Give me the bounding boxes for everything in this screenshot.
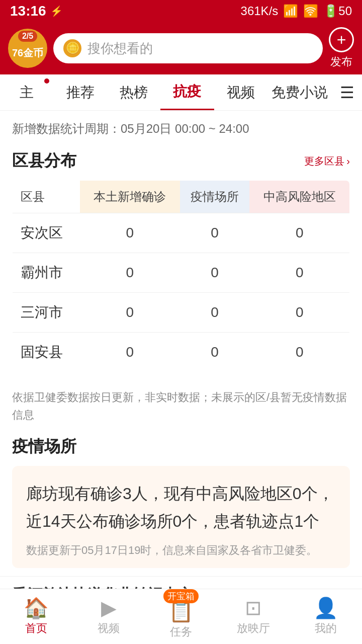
bottom-nav-video[interactable]: ▶ 视频: [72, 589, 145, 644]
status-bar: 13:16 ⚡ 361K/s 📶 🛜 🔋50: [0, 0, 362, 22]
profile-icon: 👤: [313, 598, 338, 618]
district-name: 霸州市: [13, 253, 80, 293]
bottom-nav-theater[interactable]: ⊡ 放映厅: [217, 589, 290, 644]
data-disclaimer: 依据卫健委数据按日更新，非实时数据；未展示的区/县暂无疫情数据信息: [0, 380, 362, 432]
bottom-nav-task[interactable]: 开宝箱 📋 任务: [145, 589, 217, 644]
district-name: 固安县: [13, 333, 80, 372]
risk-count: 0: [249, 213, 349, 253]
confirmed-count: 0: [80, 333, 179, 372]
publish-plus-icon: +: [329, 27, 354, 52]
outbreak-section: 疫情场所 廊坊现有确诊3人，现有中高风险地区0个，近14天公布确诊场所0个，患者…: [0, 432, 362, 576]
nav-menu-button[interactable]: ☰: [332, 74, 362, 110]
network-speed: 361K/s: [241, 4, 279, 18]
bottom-nav-profile-label: 我的: [315, 621, 337, 636]
task-badge-wrapper: 开宝箱 📋: [168, 594, 194, 621]
col-confirmed: 本土新增确诊: [80, 181, 179, 213]
search-box[interactable]: 🪙 搜你想看的: [53, 33, 323, 63]
bottom-nav-video-label: 视频: [98, 621, 120, 636]
coins-ratio: 2/5: [18, 31, 37, 42]
tab-home[interactable]: 主: [0, 74, 53, 110]
search-coin-icon: 🪙: [63, 39, 81, 57]
more-districts-button[interactable]: 更多区县 ›: [302, 154, 350, 168]
district-header: 区县分布 更多区县 ›: [12, 150, 350, 172]
outbreak-card: 廊坊现有确诊3人，现有中高风险地区0个，近14天公布确诊场所0个，患者轨迹点1个…: [12, 466, 350, 568]
location-count: 0: [180, 213, 250, 253]
coins-amount: 76金币: [12, 46, 43, 60]
bottom-nav-theater-label: 放映厅: [237, 621, 270, 636]
district-table: 区县 本土新增确诊 疫情场所 中高风险地区 安次区 0 0 0 霸州市 0 0 …: [12, 180, 350, 372]
table-row: 固安县 0 0 0: [13, 333, 350, 372]
location-count: 0: [180, 253, 250, 293]
district-name: 安次区: [13, 213, 80, 253]
outbreak-title: 疫情场所: [12, 436, 350, 458]
battery-indicator: 🔋50: [323, 4, 352, 18]
district-section: 区县分布 更多区县 › 区县 本土新增确诊 疫情场所 中高风险地区 安次区 0 …: [0, 142, 362, 380]
confirmed-count: 0: [80, 253, 179, 293]
publish-label: 发布: [330, 54, 352, 69]
bottom-nav-home-label: 首页: [25, 621, 47, 636]
risk-count: 0: [249, 253, 349, 293]
tab-hot[interactable]: 热榜: [107, 74, 160, 110]
bottom-nav-profile[interactable]: 👤 我的: [290, 589, 362, 644]
publish-button[interactable]: + 发布: [329, 27, 354, 69]
col-district: 区县: [13, 181, 80, 213]
chevron-right-icon: ›: [346, 155, 350, 167]
bottom-nav-task-label: 任务: [170, 624, 192, 639]
location-count: 0: [180, 293, 250, 333]
wifi-icon: 🛜: [303, 4, 318, 18]
theater-icon: ⊡: [245, 598, 262, 618]
signal-icon: 📶: [283, 4, 298, 18]
table-row: 霸州市 0 0 0: [13, 253, 350, 293]
search-placeholder: 搜你想看的: [87, 40, 153, 57]
col-location: 疫情场所: [180, 181, 250, 213]
bottom-navigation: 🏠 首页 ▶ 视频 开宝箱 📋 任务 ⊡ 放映厅 👤 我的: [0, 589, 362, 644]
video-icon: ▶: [101, 598, 117, 618]
confirmed-count: 0: [80, 213, 179, 253]
bolt-icon: ⚡: [50, 5, 63, 17]
tab-novel[interactable]: 免费小说: [267, 74, 332, 110]
tab-epidemic[interactable]: 抗疫: [160, 74, 214, 110]
table-row: 安次区 0 0 0: [13, 213, 350, 253]
home-icon: 🏠: [24, 598, 49, 618]
tab-video[interactable]: 视频: [214, 74, 267, 110]
tab-recommend[interactable]: 推荐: [53, 74, 107, 110]
table-row: 三河市 0 0 0: [13, 293, 350, 333]
status-time: 13:16: [10, 3, 46, 19]
col-risk: 中高风险地区: [249, 181, 349, 213]
location-count: 0: [180, 333, 250, 372]
task-icon: 📋: [168, 601, 194, 621]
outbreak-stats: 廊坊现有确诊3人，现有中高风险地区0个，近14天公布确诊场所0个，患者轨迹点1个: [26, 480, 336, 535]
task-badge-text: 开宝箱: [163, 589, 199, 603]
main-content: 新增数据统计周期：05月20日 00:00 ~ 24:00 区县分布 更多区县 …: [0, 111, 362, 644]
confirmed-count: 0: [80, 293, 179, 333]
app-header: 2/5 76金币 🪙 搜你想看的 + 发布: [0, 22, 362, 74]
district-title: 区县分布: [12, 150, 76, 172]
outbreak-update: 数据更新于05月17日19时，信息来自国家及各省市卫健委。: [26, 543, 336, 558]
nav-tabs: 主 推荐 热榜 抗疫 视频 免费小说 ☰: [0, 74, 362, 111]
coins-badge[interactable]: 2/5 76金币: [8, 29, 47, 68]
risk-count: 0: [249, 333, 349, 372]
district-name: 三河市: [13, 293, 80, 333]
bottom-nav-home[interactable]: 🏠 首页: [0, 589, 72, 644]
risk-count: 0: [249, 293, 349, 333]
date-period: 新增数据统计周期：05月20日 00:00 ~ 24:00: [0, 111, 362, 142]
